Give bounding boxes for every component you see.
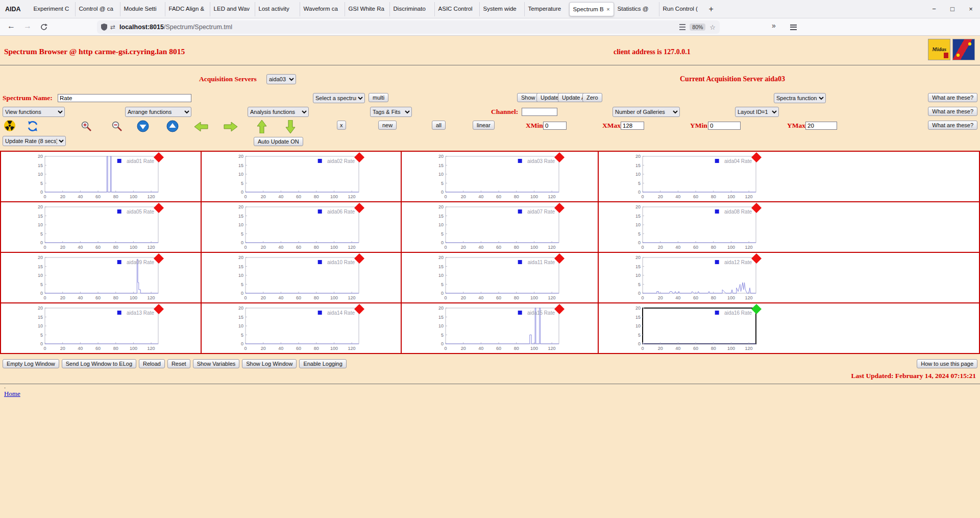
empty-log-button[interactable]: Empty Log Window (3, 359, 59, 368)
browser-tab[interactable]: Discriminato (389, 2, 434, 16)
svg-text:20: 20 (261, 245, 266, 250)
view-functions-dropdown[interactable]: View functions (3, 107, 65, 117)
browser-tab[interactable]: FADC Align & (165, 2, 210, 16)
spectrum-panel[interactable]: 05101520020406080100120aida05 Rate (1, 202, 201, 252)
browser-tab[interactable]: Module Setti (120, 2, 165, 16)
show-variables-button[interactable]: Show Variables (193, 359, 240, 368)
what-are-these-button[interactable]: What are these? (928, 107, 977, 116)
update-rate-dropdown[interactable]: Update Rate (8 secs) (3, 136, 66, 146)
browser-tab[interactable]: Run Control ( (659, 2, 704, 16)
number-of-galleries-dropdown[interactable]: Number of Galleries (612, 107, 680, 117)
reset-button[interactable]: Reset (167, 359, 190, 368)
how-to-use-button[interactable]: How to use this page (917, 359, 977, 368)
spectrum-panel[interactable]: 05101520020406080100120aida13 Rate (1, 303, 201, 353)
spectrum-panel[interactable]: 05101520020406080100120aida09 Rate (1, 253, 201, 302)
send-log-elog-button[interactable]: Send Log Window to ELog (62, 359, 136, 368)
fair-logo[interactable] (952, 39, 975, 60)
spectrum-panel[interactable]: 05101520020406080100120aida16 Rate (599, 303, 979, 353)
zero-button[interactable]: Zero (582, 93, 602, 102)
spectrum-panel[interactable]: 05101520020406080100120aida04 Rate (599, 152, 979, 201)
browser-tab[interactable]: GSI White Ra (345, 2, 389, 16)
zoom-in-icon[interactable] (81, 121, 92, 132)
spectrum-panel[interactable]: 05101520020406080100120aida11 Rate (402, 253, 598, 302)
multi-button[interactable]: multi (369, 93, 388, 102)
auto-update-button[interactable]: Auto Update ON (254, 137, 303, 146)
browser-tab[interactable]: Control @ ca (75, 2, 120, 16)
browser-tab[interactable]: Experiment C (30, 2, 75, 16)
shield-icon[interactable] (101, 23, 107, 31)
what-are-these-button[interactable]: What are these? (928, 93, 977, 102)
what-are-these-button[interactable]: What are these? (928, 121, 977, 130)
spectrum-panel[interactable]: 05101520020406080100120aida12 Rate (599, 253, 979, 302)
midas-logo[interactable]: Midas (928, 39, 950, 60)
acq-server-select[interactable]: aida03 (266, 74, 296, 84)
browser-tab[interactable]: Waveform ca (300, 2, 345, 16)
url-path: /Spectrum/Spectrum.tml (164, 23, 232, 31)
hamburger-menu-icon[interactable] (790, 25, 797, 30)
svg-text:5: 5 (40, 181, 43, 186)
all-button[interactable]: all (432, 121, 446, 130)
xmin-input[interactable] (543, 122, 567, 130)
gallery-prev-icon[interactable] (137, 120, 149, 132)
maximize-icon[interactable]: □ (943, 5, 962, 13)
reload-button[interactable]: Reload (139, 359, 165, 368)
spectrum-panel[interactable]: 05101520020406080100120aida15 Rate (402, 303, 598, 353)
ymin-input[interactable] (708, 122, 741, 130)
move-right-icon[interactable] (224, 121, 238, 132)
show-button[interactable]: Show (517, 93, 540, 102)
reload-icon[interactable] (40, 23, 48, 31)
spectrum-panel[interactable]: 05101520020406080100120aida06 Rate (202, 202, 401, 252)
spectrum-panel[interactable]: 05101520020406080100120aida14 Rate (202, 303, 401, 353)
spectra-functions-dropdown[interactable]: Spectra functions (774, 93, 826, 103)
zoom-level-badge[interactable]: 80% (690, 23, 705, 31)
gallery-next-icon[interactable] (166, 120, 179, 132)
spectrum-panel[interactable]: 05101520020406080100120aida07 Rate (402, 202, 598, 252)
spectrum-panel[interactable]: 05101520020406080100120aida03 Rate (402, 152, 598, 201)
move-down-icon[interactable] (285, 120, 296, 133)
radiation-icon[interactable] (4, 120, 15, 131)
layout-id-dropdown[interactable]: Layout ID=1 (735, 107, 779, 117)
select-spectrum-dropdown[interactable]: Select a spectrum (313, 93, 365, 103)
show-log-window-button[interactable]: Show Log Window (242, 359, 297, 368)
spectrum-panel[interactable]: 05101520020406080100120aida08 Rate (599, 202, 979, 252)
browser-tab[interactable]: LED and Wav (210, 2, 255, 16)
move-up-icon[interactable] (256, 120, 267, 133)
home-link[interactable]: Home (4, 390, 20, 398)
back-icon[interactable]: ← (7, 21, 15, 31)
browser-tab[interactable]: Lost activity (255, 2, 300, 16)
spectrum-name-input[interactable] (58, 94, 191, 102)
spectrum-panel[interactable]: 05101520020406080100120aida01 Rate (1, 152, 201, 201)
analysis-functions-dropdown[interactable]: Analysis functions (248, 107, 309, 117)
move-left-icon[interactable] (194, 121, 208, 132)
enable-logging-button[interactable]: Enable Logging (299, 359, 346, 368)
reader-mode-icon[interactable] (679, 24, 685, 30)
browser-tab[interactable]: Temperature (524, 2, 569, 16)
tab-close-icon[interactable]: × (606, 6, 609, 12)
url-bar[interactable]: ⇄ localhost:8015/Spectrum/Spectrum.tml 8… (97, 20, 720, 34)
permissions-icon[interactable]: ⇄ (110, 23, 115, 31)
tags-fits-dropdown[interactable]: Tags & Fits (370, 107, 412, 117)
new-tab-button[interactable]: + (709, 5, 714, 14)
browser-tab[interactable]: ASIC Control (434, 2, 479, 16)
channel-input[interactable] (522, 108, 557, 116)
legend-swatch (518, 311, 522, 315)
svg-text:10: 10 (38, 273, 43, 278)
minimize-icon[interactable]: − (925, 5, 943, 13)
browser-tab[interactable]: Spectrum B× (569, 2, 614, 16)
new-button[interactable]: new (378, 121, 397, 130)
close-icon[interactable]: × (962, 5, 980, 13)
xmax-input[interactable] (621, 122, 644, 130)
browser-tab[interactable]: System wide (479, 2, 524, 16)
arrange-functions-dropdown[interactable]: Arrange functions (125, 107, 191, 117)
toolbar-overflow-icon[interactable]: » (772, 21, 776, 30)
forward-icon[interactable]: → (23, 21, 32, 31)
zoom-out-icon[interactable] (111, 121, 122, 132)
linear-button[interactable]: linear (473, 121, 495, 130)
bookmark-star-icon[interactable]: ☆ (709, 23, 716, 31)
ymax-input[interactable] (805, 122, 837, 130)
x-button[interactable]: x (337, 121, 346, 130)
spectrum-panel[interactable]: 05101520020406080100120aida10 Rate (202, 253, 401, 302)
refresh-icon[interactable] (27, 120, 39, 132)
spectrum-panel[interactable]: 05101520020406080100120aida02 Rate (202, 152, 401, 201)
browser-tab[interactable]: Statistics @ (614, 2, 659, 16)
